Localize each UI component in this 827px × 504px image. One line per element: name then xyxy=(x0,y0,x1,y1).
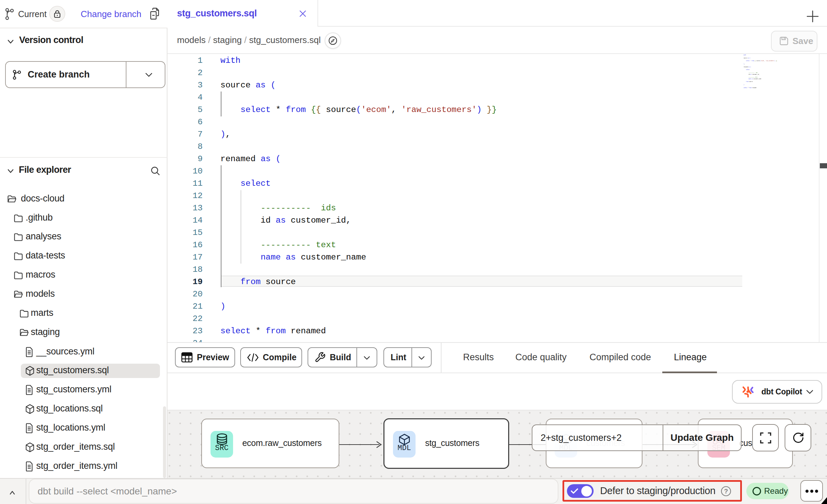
svg-text:?: ? xyxy=(724,488,728,495)
